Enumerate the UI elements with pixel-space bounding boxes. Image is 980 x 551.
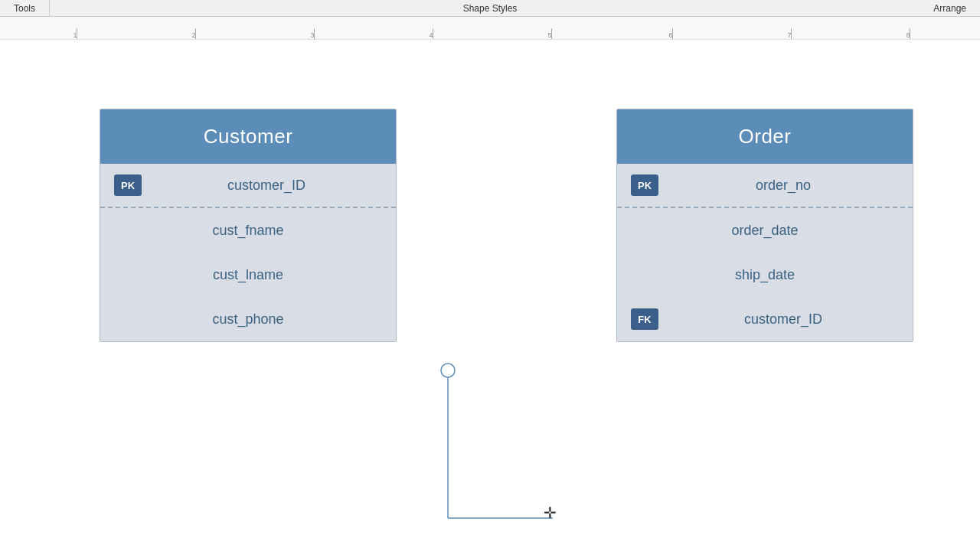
table-row: order_date [617,208,913,253]
ruler-marks: 1 2 3 4 5 6 7 8 [0,17,980,39]
pk-badge: PK [114,174,142,196]
menu-tools[interactable]: Tools [0,0,50,16]
customer-table-body: PK customer_ID cust_fname cust_lname cus… [100,164,396,341]
table-row: cust_lname [100,253,396,297]
ruler: 1 2 3 4 5 6 7 8 [0,17,980,40]
fk-badge: FK [631,308,658,330]
canvas[interactable]: Customer PK customer_ID cust_fname cust_… [0,40,980,551]
order-table: Order PK order_no order_date ship_date F… [616,109,913,342]
customer-table: Customer PK customer_ID cust_fname cust_… [100,109,397,342]
menu-bar: Tools Shape Styles Arrange [0,0,980,17]
table-row: ship_date [617,253,913,297]
field-order-customer-id: customer_ID [668,311,899,328]
table-row: cust_phone [100,297,396,341]
order-table-header: Order [617,109,913,164]
customer-table-header: Customer [100,109,396,164]
menu-arrange[interactable]: Arrange [920,0,980,16]
field-customer-id: customer_ID [151,178,382,194]
move-cursor: ✛ [544,505,557,520]
field-order-no: order_no [668,178,899,194]
table-row: PK customer_ID [100,164,396,208]
table-row: PK order_no [617,164,913,208]
order-table-body: PK order_no order_date ship_date FK cust… [617,164,913,341]
svg-point-0 [441,364,455,377]
field-cust-lname: cust_lname [114,267,382,283]
table-row: cust_fname [100,208,396,253]
field-cust-fname: cust_fname [114,223,382,239]
field-cust-phone: cust_phone [114,311,382,328]
pk-badge: PK [631,174,658,196]
menu-shape-styles[interactable]: Shape Styles [449,0,531,16]
table-row: FK customer_ID [617,297,913,341]
field-order-date: order_date [631,223,899,239]
field-ship-date: ship_date [631,267,899,283]
